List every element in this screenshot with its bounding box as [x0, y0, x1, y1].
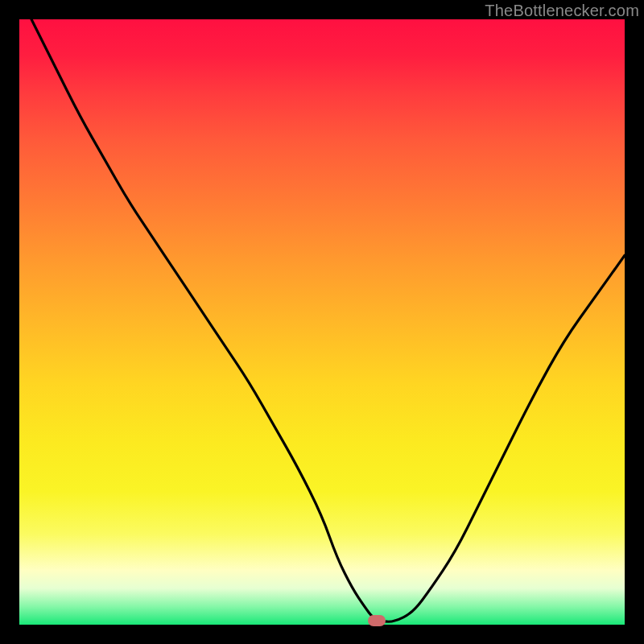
watermark-text: TheBottlenecker.com [485, 2, 639, 20]
chart-stage: TheBottlenecker.com [0, 0, 644, 644]
plot-area [19, 19, 625, 625]
optimum-marker [368, 615, 386, 626]
bottleneck-curve [19, 19, 625, 625]
